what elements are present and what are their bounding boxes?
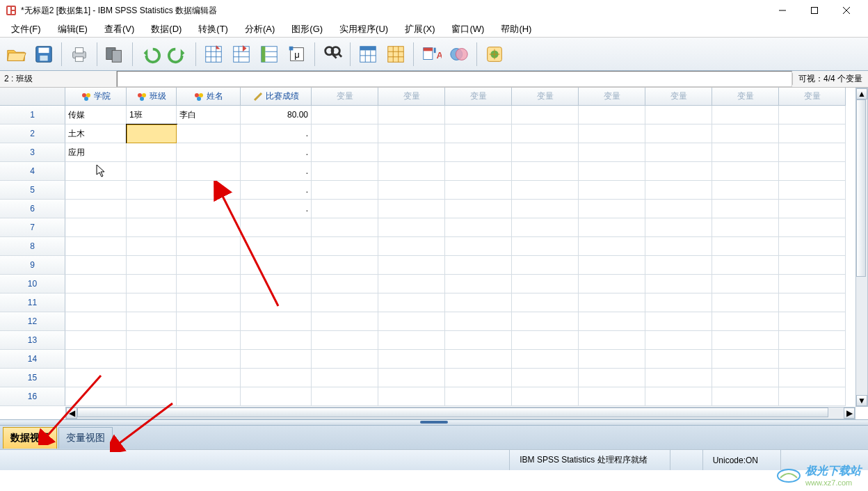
cell[interactable] bbox=[779, 162, 846, 181]
col-header-empty[interactable]: 变量 bbox=[779, 88, 846, 106]
row-header[interactable]: 4 bbox=[0, 162, 65, 181]
redo-button[interactable] bbox=[165, 41, 191, 67]
cell[interactable] bbox=[712, 124, 779, 143]
row-header[interactable]: 15 bbox=[0, 369, 65, 387]
cell[interactable] bbox=[378, 106, 445, 124]
tab-data-view[interactable]: 数据视图 bbox=[3, 427, 57, 449]
cell[interactable] bbox=[445, 162, 512, 181]
cell[interactable] bbox=[127, 143, 177, 162]
col-header-empty[interactable]: 变量 bbox=[512, 88, 579, 106]
menu-view[interactable]: 查看(V) bbox=[96, 22, 143, 37]
cell[interactable] bbox=[177, 200, 241, 218]
cell[interactable]: 李白 bbox=[177, 106, 241, 124]
row-header[interactable]: 5 bbox=[0, 181, 65, 200]
cell[interactable] bbox=[445, 106, 512, 124]
row-header[interactable]: 2 bbox=[0, 124, 65, 143]
cell[interactable] bbox=[779, 124, 846, 143]
cell[interactable]: . bbox=[241, 124, 312, 143]
menu-utilities[interactable]: 实用程序(U) bbox=[331, 22, 396, 37]
cell[interactable]: 土木 bbox=[65, 124, 127, 143]
minimize-button[interactable] bbox=[766, 0, 798, 21]
cell[interactable] bbox=[127, 181, 177, 200]
cell[interactable] bbox=[378, 200, 445, 218]
col-header-1[interactable]: 学院 bbox=[65, 88, 127, 106]
cell[interactable] bbox=[645, 106, 712, 124]
row-header[interactable]: 6 bbox=[0, 200, 65, 218]
row-header[interactable]: 16 bbox=[0, 387, 65, 406]
cell-value-input[interactable] bbox=[117, 71, 792, 87]
data-grid[interactable]: 学院 班级 姓名 比赛成绩 变量 变量 变量 变量 变量 变量 变量 变量 1 … bbox=[0, 88, 868, 420]
undo-button[interactable] bbox=[137, 41, 163, 67]
cell[interactable] bbox=[579, 200, 645, 218]
scroll-thumb[interactable] bbox=[77, 408, 828, 417]
scroll-down-icon[interactable]: ▼ bbox=[856, 395, 867, 406]
cell[interactable] bbox=[712, 181, 779, 200]
cell[interactable] bbox=[177, 162, 241, 181]
menu-graphs[interactable]: 图形(G) bbox=[283, 22, 331, 37]
print-button[interactable] bbox=[66, 41, 93, 67]
horizontal-scrollbar[interactable]: ◀ ▶ bbox=[65, 407, 855, 419]
tab-variable-view[interactable]: 变量视图 bbox=[58, 427, 113, 449]
cell[interactable] bbox=[177, 124, 241, 143]
cell[interactable] bbox=[512, 200, 579, 218]
goto-case-button[interactable] bbox=[200, 41, 227, 67]
cell[interactable] bbox=[378, 162, 445, 181]
cell[interactable] bbox=[312, 124, 378, 143]
row-header[interactable]: 9 bbox=[0, 256, 65, 275]
cell[interactable]: . bbox=[241, 200, 312, 218]
cell[interactable]: . bbox=[241, 162, 312, 181]
cell[interactable] bbox=[512, 124, 579, 143]
find-button[interactable] bbox=[319, 41, 346, 67]
cell[interactable] bbox=[579, 143, 645, 162]
cell[interactable]: 80.00 bbox=[241, 106, 312, 124]
cell[interactable] bbox=[445, 181, 512, 200]
scroll-thumb[interactable] bbox=[856, 99, 866, 277]
menu-help[interactable]: 帮助(H) bbox=[492, 22, 540, 37]
menu-extensions[interactable]: 扩展(X) bbox=[396, 22, 443, 37]
cell[interactable] bbox=[445, 200, 512, 218]
cell[interactable] bbox=[312, 162, 378, 181]
use-sets-button[interactable] bbox=[481, 41, 508, 67]
cell[interactable]: . bbox=[241, 181, 312, 200]
col-header-empty[interactable]: 变量 bbox=[312, 88, 378, 106]
cell[interactable] bbox=[445, 124, 512, 143]
save-button[interactable] bbox=[31, 41, 57, 67]
col-header-empty[interactable]: 变量 bbox=[445, 88, 512, 106]
row-header[interactable]: 14 bbox=[0, 350, 65, 369]
weight-cases-button[interactable] bbox=[383, 41, 409, 67]
col-header-3[interactable]: 姓名 bbox=[177, 88, 241, 106]
menu-file[interactable]: 文件(F) bbox=[3, 22, 49, 37]
row-header[interactable]: 8 bbox=[0, 237, 65, 256]
maximize-button[interactable] bbox=[798, 0, 830, 21]
run-descriptives-button[interactable]: μ bbox=[284, 41, 310, 67]
selected-cell[interactable] bbox=[127, 124, 177, 143]
menu-data[interactable]: 数据(D) bbox=[143, 22, 190, 37]
col-header-empty[interactable]: 变量 bbox=[579, 88, 645, 106]
cell[interactable] bbox=[645, 181, 712, 200]
cell[interactable] bbox=[712, 143, 779, 162]
col-header-empty[interactable]: 变量 bbox=[645, 88, 712, 106]
cell[interactable] bbox=[645, 124, 712, 143]
cell[interactable] bbox=[645, 162, 712, 181]
cell[interactable] bbox=[579, 124, 645, 143]
splitter[interactable] bbox=[0, 420, 868, 426]
cell[interactable] bbox=[512, 106, 579, 124]
col-header-2[interactable]: 班级 bbox=[127, 88, 177, 106]
variables-button[interactable] bbox=[256, 41, 282, 67]
cell[interactable] bbox=[312, 181, 378, 200]
cell[interactable]: 应用 bbox=[65, 143, 127, 162]
split-file-button[interactable] bbox=[355, 41, 381, 67]
scroll-left-icon[interactable]: ◀ bbox=[66, 408, 77, 419]
cell[interactable] bbox=[378, 124, 445, 143]
select-cases-button[interactable]: A bbox=[418, 41, 444, 67]
cell[interactable] bbox=[65, 200, 127, 218]
cell[interactable]: 1班 bbox=[127, 106, 177, 124]
open-button[interactable] bbox=[3, 41, 29, 67]
cell[interactable] bbox=[512, 162, 579, 181]
col-header-empty[interactable]: 变量 bbox=[712, 88, 779, 106]
cell[interactable] bbox=[65, 181, 127, 200]
cell[interactable]: 传媒 bbox=[65, 106, 127, 124]
cell[interactable] bbox=[378, 181, 445, 200]
corner-header[interactable] bbox=[0, 88, 65, 106]
menu-transform[interactable]: 转换(T) bbox=[190, 22, 236, 37]
